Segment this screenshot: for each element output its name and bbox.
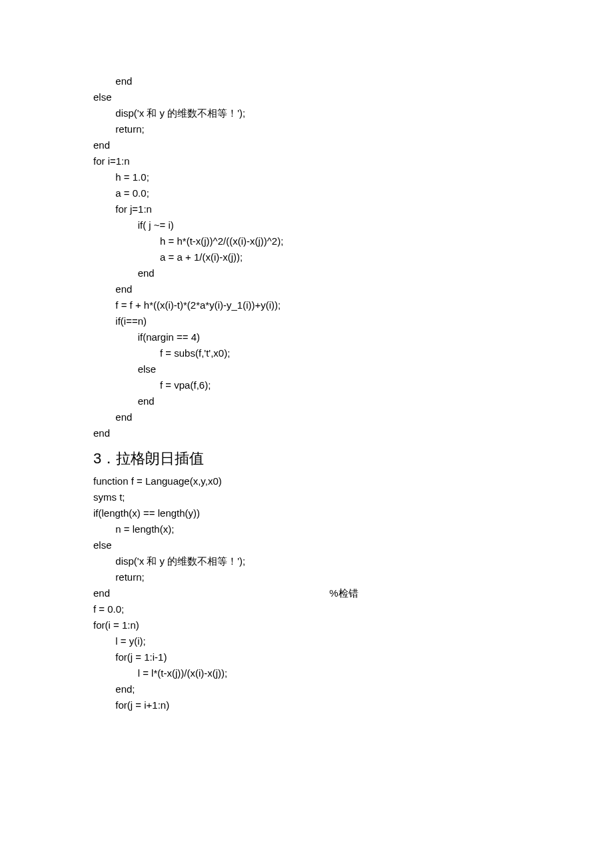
section-heading: 3．拉格朗日插值: [93, 448, 533, 469]
code-line: a = a + 1/(x(i)-x(j));: [93, 249, 533, 265]
code-line: else: [93, 361, 533, 377]
code-line: end %检错: [93, 585, 533, 601]
code-line: else: [93, 537, 533, 553]
code-line: f = subs(f,'t',x0);: [93, 345, 533, 361]
heading-number: 3．: [93, 450, 116, 467]
code-line: end: [93, 73, 533, 89]
code-line: h = h*(t-x(j))^2/((x(i)-x(j))^2);: [93, 233, 533, 249]
code-line: for(j = 1:i-1): [93, 649, 533, 665]
code-line: h = 1.0;: [93, 169, 533, 185]
code-line: end: [93, 393, 533, 409]
code-line: end: [93, 409, 533, 425]
code-line: function f = Language(x,y,x0): [93, 473, 533, 489]
code-line: l = l*(t-x(j))/(x(i)-x(j));: [93, 665, 533, 681]
code-line: end: [93, 137, 533, 153]
code-line: for i=1:n: [93, 153, 533, 169]
code-line: end: [93, 281, 533, 297]
code-line: end: [93, 265, 533, 281]
heading-text: 拉格朗日插值: [116, 450, 204, 467]
code-line: f = vpa(f,6);: [93, 377, 533, 393]
code-line: for(j = i+1:n): [93, 697, 533, 713]
code-line: end;: [93, 681, 533, 697]
code-line: f = 0.0;: [93, 601, 533, 617]
code-line: if(i==n): [93, 313, 533, 329]
code-line: if(nargin == 4): [93, 329, 533, 345]
code-line: end: [93, 425, 533, 441]
code-line: n = length(x);: [93, 521, 533, 537]
code-line: if( j ~= i): [93, 217, 533, 233]
code-line: disp('x 和 y 的维数不相等！');: [93, 553, 533, 569]
code-line: a = 0.0;: [93, 185, 533, 201]
code-line: l = y(i);: [93, 633, 533, 649]
code-line: return;: [93, 569, 533, 585]
code-line: for(i = 1:n): [93, 617, 533, 633]
code-line: disp('x 和 y 的维数不相等！');: [93, 105, 533, 121]
code-line: syms t;: [93, 489, 533, 505]
code-line: else: [93, 89, 533, 105]
document-page: end else disp('x 和 y 的维数不相等！'); return; …: [0, 0, 613, 753]
code-line: if(length(x) == length(y)): [93, 505, 533, 521]
code-line: for j=1:n: [93, 201, 533, 217]
code-line: f = f + h*((x(i)-t)*(2*a*y(i)-y_1(i))+y(…: [93, 297, 533, 313]
code-line: return;: [93, 121, 533, 137]
